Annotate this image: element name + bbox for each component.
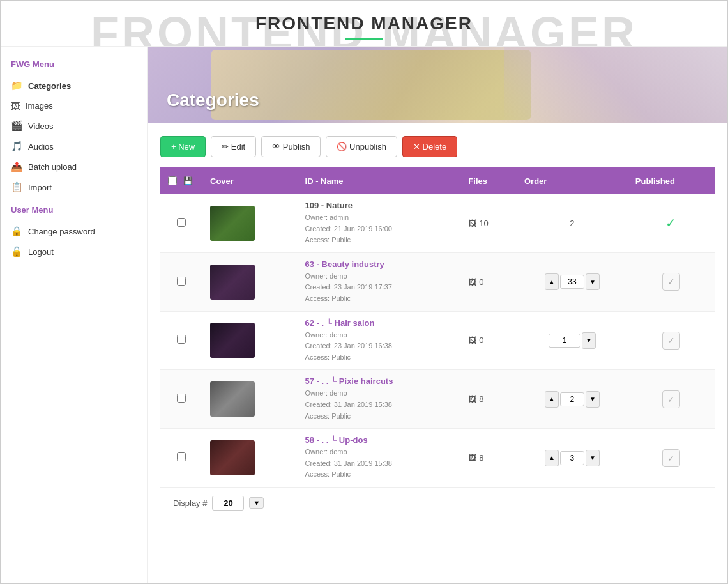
sidebar-item-audios[interactable]: 🎵 Audios bbox=[7, 136, 140, 157]
display-label: Display # bbox=[173, 498, 207, 508]
item-title[interactable]: 58 - . . └ Up-dos bbox=[305, 435, 453, 445]
td-cover bbox=[202, 252, 298, 311]
sidebar-item-videos[interactable]: 🎬 Videos bbox=[7, 116, 140, 136]
sidebar-item-images[interactable]: 🖼 Images bbox=[7, 96, 140, 116]
td-published: ✓ bbox=[628, 429, 715, 488]
new-button[interactable]: + New bbox=[160, 136, 206, 157]
td-published: ✓ bbox=[628, 311, 715, 370]
item-title[interactable]: 62 - . └ Hair salon bbox=[305, 318, 453, 328]
publish-toggle-button[interactable]: ✓ bbox=[662, 390, 680, 408]
edit-button[interactable]: ✏ Edit bbox=[211, 136, 256, 157]
banner-title: Categories bbox=[167, 90, 259, 111]
td-published: ✓ bbox=[628, 252, 715, 311]
sidebar-item-batch-upload[interactable]: 📤 Batch upload bbox=[7, 157, 140, 177]
th-published: Published bbox=[628, 167, 715, 194]
td-order: ▲ ▼ bbox=[517, 252, 628, 311]
banner-map-decoration bbox=[211, 50, 531, 120]
table-row: 109 - NatureOwner: adminCreated: 21 Jun … bbox=[160, 194, 715, 252]
sidebar-item-label: Change password bbox=[28, 227, 95, 236]
sidebar-item-label: Logout bbox=[28, 247, 54, 257]
td-id-name: 63 - Beauty industryOwner: demoCreated: … bbox=[298, 252, 461, 311]
files-count: 0 bbox=[479, 277, 483, 287]
sidebar-item-change-password[interactable]: 🔒 Change password bbox=[7, 221, 140, 242]
table-row: 57 - . . └ Pixie haircutsOwner: demoCrea… bbox=[160, 370, 715, 429]
td-id-name: 109 - NatureOwner: adminCreated: 21 Jun … bbox=[298, 194, 461, 252]
item-meta: Owner: adminCreated: 21 Jun 2019 16:00Ac… bbox=[305, 212, 453, 246]
page-banner: Categories bbox=[148, 47, 727, 123]
sidebar-item-label: Videos bbox=[28, 121, 54, 131]
td-cover bbox=[202, 370, 298, 429]
order-down-button[interactable]: ▼ bbox=[586, 450, 600, 466]
order-dropdown-button[interactable]: ▼ bbox=[582, 332, 596, 349]
lock-icon: 🔒 bbox=[11, 226, 23, 237]
order-up-button[interactable]: ▲ bbox=[545, 273, 559, 290]
published-check[interactable]: ✓ bbox=[665, 216, 676, 230]
td-files: 🖼0 bbox=[460, 311, 517, 370]
row-checkbox[interactable] bbox=[177, 218, 186, 227]
sidebar-item-label: Images bbox=[26, 101, 53, 111]
td-cover bbox=[202, 311, 298, 370]
videos-icon: 🎬 bbox=[11, 120, 23, 132]
td-files: 🖼10 bbox=[460, 194, 517, 252]
order-input[interactable] bbox=[560, 275, 584, 289]
cover-thumbnail bbox=[210, 206, 255, 241]
item-meta: Owner: demoCreated: 31 Jan 2019 15:38Acc… bbox=[305, 447, 453, 480]
logout-icon: 🔓 bbox=[11, 246, 23, 257]
td-order: 2 bbox=[517, 194, 628, 252]
item-meta: Owner: demoCreated: 23 Jan 2019 16:38Acc… bbox=[305, 330, 453, 364]
import-icon: 📋 bbox=[11, 181, 23, 193]
save-columns-button[interactable]: 💾 bbox=[181, 174, 195, 188]
item-title[interactable]: 57 - . . └ Pixie haircuts bbox=[305, 376, 453, 386]
order-down-button[interactable]: ▼ bbox=[586, 391, 600, 408]
sidebar: FWG Menu 📁 Categories 🖼 Images 🎬 Videos … bbox=[1, 47, 148, 583]
td-files: 🖼0 bbox=[460, 252, 517, 311]
delete-button[interactable]: ✕ Delete bbox=[402, 136, 457, 157]
files-count: 0 bbox=[479, 335, 483, 345]
order-input[interactable] bbox=[560, 392, 584, 406]
item-title[interactable]: 63 - Beauty industry bbox=[305, 259, 453, 269]
row-checkbox[interactable] bbox=[177, 394, 186, 403]
item-meta: Owner: demoCreated: 31 Jan 2019 15:38Acc… bbox=[305, 388, 453, 422]
publish-button[interactable]: 👁 Publish bbox=[261, 136, 321, 157]
order-value: 2 bbox=[570, 219, 574, 228]
publish-toggle-button[interactable]: ✓ bbox=[662, 273, 680, 291]
display-count-input[interactable] bbox=[212, 496, 244, 511]
order-up-button[interactable]: ▲ bbox=[545, 450, 559, 466]
order-down-button[interactable]: ▼ bbox=[586, 273, 600, 290]
th-order: Order bbox=[517, 167, 628, 194]
item-meta: Owner: demoCreated: 23 Jan 2019 17:37Acc… bbox=[305, 271, 453, 305]
sidebar-item-label: Categories bbox=[28, 81, 71, 91]
app-title: FRONTEND MANAGER bbox=[1, 13, 727, 34]
table-row: 62 - . └ Hair salonOwner: demoCreated: 2… bbox=[160, 311, 715, 370]
th-id-name: ID - Name bbox=[298, 167, 461, 194]
unpublish-button[interactable]: 🚫 Unpublish bbox=[326, 136, 397, 157]
display-count-down-button[interactable]: ▼ bbox=[249, 497, 264, 509]
order-input[interactable] bbox=[560, 451, 584, 465]
order-input[interactable] bbox=[549, 334, 580, 348]
files-count: 8 bbox=[479, 394, 483, 404]
td-id-name: 62 - . └ Hair salonOwner: demoCreated: 2… bbox=[298, 311, 461, 370]
batch-upload-icon: 📤 bbox=[11, 161, 23, 173]
publish-toggle-button[interactable]: ✓ bbox=[662, 449, 680, 467]
header: FRONTEND MANAGER FRONTEND MANAGER bbox=[1, 1, 727, 47]
files-count: 10 bbox=[479, 219, 488, 228]
table-footer: Display # ▼ bbox=[160, 488, 715, 518]
publish-toggle-button[interactable]: ✓ bbox=[662, 332, 680, 350]
sidebar-item-logout[interactable]: 🔓 Logout bbox=[7, 242, 140, 262]
sidebar-item-categories[interactable]: 📁 Categories bbox=[7, 75, 140, 96]
select-all-checkbox[interactable] bbox=[168, 176, 177, 185]
td-published: ✓ bbox=[628, 370, 715, 429]
files-count: 8 bbox=[479, 453, 483, 463]
audios-icon: 🎵 bbox=[11, 141, 23, 152]
toolbar: + New ✏ Edit 👁 Publish 🚫 Unpublish ✕ Del… bbox=[160, 136, 715, 157]
table-header-row: 💾 Cover ID - Name Files Order Published bbox=[160, 167, 715, 194]
row-checkbox[interactable] bbox=[177, 335, 186, 344]
row-checkbox[interactable] bbox=[177, 277, 186, 286]
cover-thumbnail bbox=[210, 381, 255, 417]
item-title[interactable]: 109 - Nature bbox=[305, 201, 453, 210]
cover-thumbnail bbox=[210, 323, 255, 358]
sidebar-item-import[interactable]: 📋 Import bbox=[7, 177, 140, 197]
user-menu-section-title: User Menu bbox=[7, 205, 140, 215]
row-checkbox[interactable] bbox=[177, 452, 186, 461]
order-up-button[interactable]: ▲ bbox=[545, 391, 559, 408]
